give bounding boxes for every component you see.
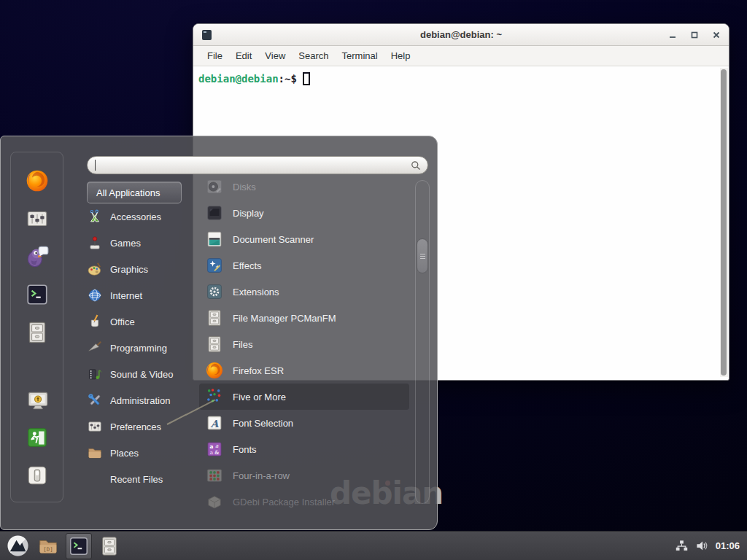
category-label: Sound & Video [110,369,174,380]
effects-icon [205,256,224,275]
category-label: Accessories [110,211,161,222]
search-icon [410,160,422,171]
terminal-icon[interactable] [24,281,50,308]
maximize-icon[interactable] [690,31,698,39]
firefox-icon [205,361,224,380]
terminal-scrollbar[interactable] [720,68,728,377]
app-label: Five or More [233,392,286,402]
category-sound-video[interactable]: Sound & Video [87,361,196,387]
category-places[interactable]: Places [87,440,196,466]
svg-text:a: a [215,443,219,449]
search-input[interactable] [87,156,428,174]
terminal-window-button[interactable] [66,533,92,559]
graphics-icon [87,261,103,277]
application-menu: All Applications Accessories Games [0,136,438,530]
svg-text:[D]: [D] [43,545,53,552]
office-icon [87,314,103,330]
places-icon [87,445,103,461]
category-label: Internet [110,290,142,301]
document-scanner-icon [205,230,224,249]
terminal-titlebar[interactable]: debian@debian: ~ [193,24,729,46]
file-cabinet-icon[interactable] [24,319,50,346]
menu-terminal[interactable]: Terminal [336,47,384,64]
extensions-icon [205,282,224,301]
app-label: Extensions [233,287,279,298]
menu-view[interactable]: View [258,47,292,64]
category-label: Office [110,316,135,327]
app-label: Document Scanner [233,234,314,245]
window-title: debian@debian: ~ [193,29,729,40]
svg-text:A: A [210,418,220,429]
menu-edit[interactable]: Edit [229,47,258,64]
app-item-firefox-esr[interactable]: Firefox ESR [199,357,409,384]
app-label: Files [233,339,252,350]
terminal-window-icon [202,30,212,40]
category-all-applications[interactable]: All Applications [87,182,182,203]
menu-scrollbar-thumb[interactable] [417,238,428,273]
app-item-gdebi-package-installer[interactable]: GDebi Package Installer [199,489,409,515]
favorites-column [10,152,63,502]
menu-help[interactable]: Help [384,47,417,64]
terminal-cursor [303,72,310,85]
svg-text:a: a [210,449,214,456]
minimize-icon[interactable] [668,31,676,39]
category-games[interactable]: Games [87,230,196,256]
menu-file[interactable]: File [201,47,229,64]
app-label: Effects [233,260,262,271]
font-selection-icon: A [205,413,224,432]
application-list: Disks Display Document Scanner [199,174,409,515]
log-out-icon[interactable] [24,424,50,451]
app-item-font-selection[interactable]: A Font Selection [199,410,409,436]
category-graphics[interactable]: Graphics [87,256,196,282]
menu-search[interactable]: Search [292,47,335,64]
category-office[interactable]: Office [87,308,196,335]
app-item-four-in-a-row[interactable]: Four-in-a-row [199,462,409,489]
category-label: Graphics [110,264,148,275]
games-icon [87,235,103,251]
disks-icon [205,177,224,196]
accessories-icon [87,209,103,225]
category-label: Recent Files [87,474,163,485]
firefox-icon[interactable] [24,168,50,194]
app-item-document-scanner[interactable]: Document Scanner [199,226,409,252]
taskbar: [D] 01:06 [0,531,747,560]
search-caret [95,160,96,171]
file-cabinet-icon [205,335,224,354]
category-accessories[interactable]: Accessories [87,203,196,230]
category-recent-files[interactable]: Recent Files [87,466,196,492]
file-manager-folder-button[interactable]: [D] [35,533,61,559]
app-label: GDebi Package Installer [233,497,335,508]
close-icon[interactable] [712,31,720,39]
app-item-disks[interactable]: Disks [199,174,409,200]
network-icon[interactable] [675,539,689,553]
menu-scrollbar[interactable] [415,180,430,504]
file-cabinet-button[interactable] [96,533,123,559]
category-label: Games [110,238,141,249]
app-label: Font Selection [233,418,293,429]
category-administration[interactable]: Administration [87,387,196,413]
programming-icon [87,340,103,356]
lock-screen-icon[interactable] [24,387,50,413]
app-item-five-or-more[interactable]: Five or More [199,384,409,410]
svg-text:&: & [214,449,220,456]
pidgin-icon[interactable] [24,244,50,270]
terminal-scrollbar-thumb[interactable] [721,69,727,376]
app-label: Firefox ESR [233,365,284,376]
app-item-effects[interactable]: Effects [199,252,409,279]
app-item-file-manager-pcmanfm[interactable]: File Manager PCManFM [199,305,409,331]
volume-icon[interactable] [695,539,709,553]
internet-icon [87,287,103,303]
category-internet[interactable]: Internet [87,282,196,308]
prompt-path: :~$ [279,73,297,85]
administration-icon [87,392,103,408]
app-item-files[interactable]: Files [199,331,409,357]
shutdown-icon[interactable] [24,462,50,489]
clock[interactable]: 01:06 [716,540,740,551]
app-label: File Manager PCManFM [233,313,336,324]
menu-button[interactable] [4,533,31,559]
control-panel-icon[interactable] [24,206,50,232]
app-item-fonts[interactable]: a a a & Fonts [199,436,409,462]
category-programming[interactable]: Programming [87,335,196,361]
app-item-display[interactable]: Display [199,200,409,226]
app-item-extensions[interactable]: Extensions [199,279,409,305]
